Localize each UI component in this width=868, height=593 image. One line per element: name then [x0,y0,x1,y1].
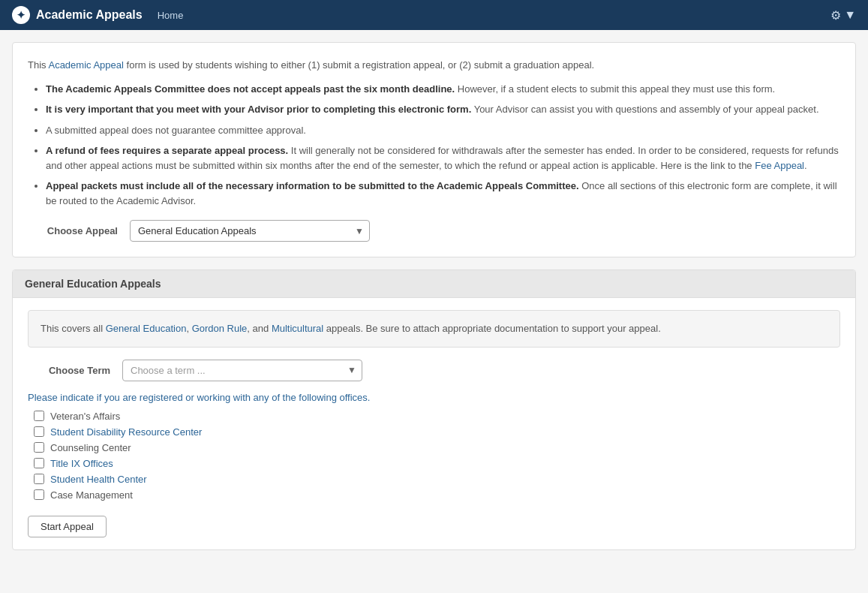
choose-appeal-label: Choose Appeal [28,225,118,236]
checkbox-sdrc[interactable] [34,426,44,437]
gen-ed-section-header: General Education Appeals [13,270,855,298]
gen-ed-info-box: This covers all General Education, Gordo… [28,310,840,348]
checkbox-item-title9: Title IX Offices [34,458,840,469]
intro-bullet-4: A refund of fees requires a separate app… [46,143,840,173]
intro-bullet-5: Appeal packets must include all of the n… [46,179,840,208]
intro-list: The Academic Appeals Committee does not … [46,82,840,209]
settings-menu[interactable]: ⚙ ▼ [830,8,856,23]
intro-lead: This Academic Appeal form is used by stu… [28,58,840,73]
home-link[interactable]: Home [158,10,184,21]
gen-ed-section-body: This covers all General Education, Gordo… [13,298,855,549]
choose-term-row: Choose Term Choose a term ... Fall 2023 … [28,360,840,381]
fee-appeal-link[interactable]: Fee Appeal [755,160,804,171]
checkbox-case[interactable] [34,489,44,500]
appeal-select[interactable]: General Education Appeals Registration A… [130,220,370,242]
gear-dropdown-arrow: ▼ [844,8,856,22]
checkbox-title9[interactable] [34,458,44,468]
checkbox-title9-label[interactable]: Title IX Offices [50,458,113,469]
checkbox-sdrc-label[interactable]: Student Disability Resource Center [50,426,202,438]
checkbox-item-case: Case Management [34,489,840,501]
gear-icon: ⚙ [830,8,841,23]
checkbox-item-counseling: Counseling Center [34,442,840,453]
checkbox-item-shc: Student Health Center [34,474,840,485]
multicultural-link[interactable]: Multicultural [272,323,323,334]
intro-bullet-1: The Academic Appeals Committee does not … [46,82,840,97]
intro-bullet-2: It is very important that you meet with … [46,102,840,117]
bullet2-bold: It is very important that you meet with … [46,104,471,115]
academic-appeal-link[interactable]: Academic Appeal [48,59,123,71]
checkbox-counseling-label[interactable]: Counseling Center [50,442,131,453]
info-box-text: This covers all General Education, Gordo… [41,323,661,334]
intro-bullet-3: A submitted appeal does not guarantee co… [46,123,840,138]
bullet1-bold: The Academic Appeals Committee does not … [46,83,455,95]
checkbox-veterans-label[interactable]: Veteran's Affairs [50,411,120,422]
navbar-left: ✦ Academic Appeals Home [12,6,183,24]
checkbox-item-veterans: Veteran's Affairs [34,411,840,422]
app-title: Academic Appeals [36,8,143,22]
appeal-select-wrapper: General Education Appeals Registration A… [130,220,370,242]
general-ed-link[interactable]: General Education [106,323,187,334]
gen-ed-card: General Education Appeals This covers al… [12,269,856,550]
offices-prompt: Please indicate if you are registered or… [28,392,840,403]
navbar: ✦ Academic Appeals Home ⚙ ▼ [0,0,868,30]
checkbox-counseling[interactable] [34,442,44,453]
bullet1-rest: However, if a student elects to submit t… [458,83,775,95]
bullet3-text: A submitted appeal does not guarantee co… [46,125,306,136]
page-content: This Academic Appeal form is used by stu… [0,30,868,574]
bullet4-bold: A refund of fees requires a separate app… [46,145,288,156]
bullet5-bold: Appeal packets must include all of the n… [46,180,579,191]
checkbox-item-sdrc: Student Disability Resource Center [34,426,840,438]
intro-card: This Academic Appeal form is used by stu… [12,42,856,257]
term-select[interactable]: Choose a term ... Fall 2023 Spring 2023 … [122,360,362,381]
gordon-rule-link[interactable]: Gordon Rule [192,323,248,334]
bullet2-rest: Your Advisor can assist you with questio… [474,104,819,115]
checkbox-case-label[interactable]: Case Management [50,489,133,501]
checkbox-veterans[interactable] [34,411,44,421]
term-select-wrapper: Choose a term ... Fall 2023 Spring 2023 … [122,360,362,381]
logo-icon: ✦ [12,6,30,24]
choose-term-label: Choose Term [28,365,110,376]
checkbox-shc-label[interactable]: Student Health Center [50,474,147,485]
choose-appeal-row: Choose Appeal General Education Appeals … [28,220,840,242]
gen-ed-title: General Education Appeals [25,278,161,290]
checkbox-shc[interactable] [34,474,44,484]
start-appeal-button[interactable]: Start Appeal [28,516,107,537]
checkbox-list: Veteran's Affairs Student Disability Res… [34,411,840,501]
navbar-brand: ✦ Academic Appeals [12,6,143,24]
